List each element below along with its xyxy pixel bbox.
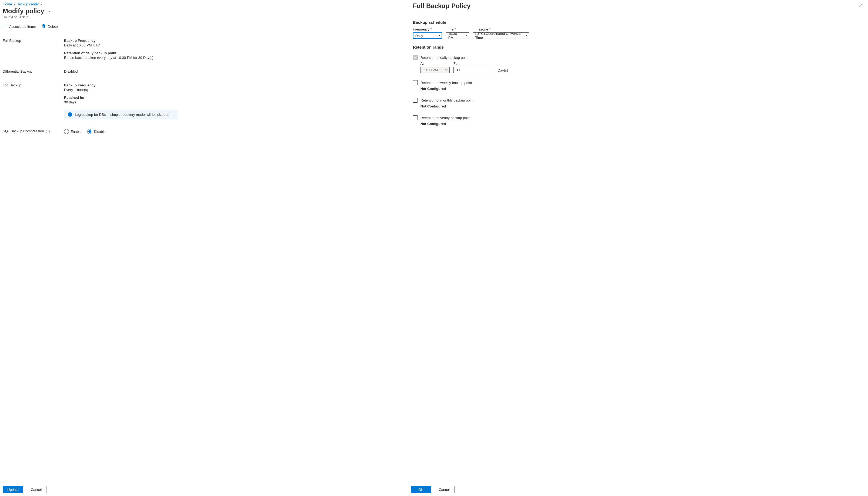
delete-button[interactable]: Delete	[41, 23, 58, 30]
list-icon	[3, 24, 8, 29]
compression-label: SQL Backup Compression i	[3, 129, 64, 134]
differential-backup-status: Disabled	[64, 69, 178, 74]
log-backup-retained-title: Retained for	[64, 96, 178, 99]
yearly-retention-label: Retention of yearly backup point	[420, 116, 471, 120]
associated-items-label: Associated items	[9, 25, 36, 29]
timezone-select[interactable]: (UTC) Coordinated Universal Time	[473, 32, 529, 39]
close-icon[interactable]	[858, 2, 864, 9]
full-backup-label: Full Backup	[3, 38, 64, 43]
log-backup-info-box: i Log backup for DBs in simple recovery …	[64, 110, 178, 119]
breadcrumb: Home › Backup center ›	[0, 0, 408, 7]
yearly-retention-checkbox[interactable]	[413, 115, 418, 120]
chevron-down-icon	[437, 34, 440, 37]
weekly-retention-checkbox[interactable]	[413, 80, 418, 85]
full-backup-frequency-title: Backup Frequency	[64, 38, 178, 43]
ok-button[interactable]: OK	[411, 486, 431, 493]
daily-retention-label: Retention of daily backup point	[420, 56, 468, 60]
chevron-down-icon	[525, 34, 527, 37]
radio-icon	[87, 129, 92, 134]
chevron-right-icon: ›	[14, 2, 15, 6]
chevron-down-icon	[445, 68, 448, 71]
more-icon[interactable]: ⋯	[47, 9, 51, 14]
info-icon: i	[68, 112, 72, 117]
log-backup-retained-text: 30 days	[64, 100, 178, 104]
page-title: Modify policy	[3, 7, 44, 15]
daily-for-label: For	[453, 62, 494, 66]
full-backup-frequency-text: Daily at 10:30 PM UTC	[64, 43, 178, 47]
log-backup-label: Log Backup	[3, 83, 64, 87]
breadcrumb-home[interactable]: Home	[3, 2, 12, 6]
cancel-button[interactable]: Cancel	[26, 486, 46, 493]
daily-retention-checkbox	[413, 55, 418, 60]
full-backup-policy-panel: Full Backup Policy Backup schedule Frequ…	[408, 0, 868, 496]
command-bar: Associated items Delete	[0, 21, 408, 32]
daily-unit-label: Day(s)	[498, 68, 508, 73]
delete-label: Delete	[48, 25, 58, 29]
compression-enable-label: Enable	[71, 129, 81, 134]
full-backup-retention-title: Retention of daily backup point	[64, 51, 178, 55]
panel-footer: OK Cancel	[408, 483, 868, 496]
full-backup-retention-text: Retain backup taken every day at 10:30 P…	[64, 56, 178, 60]
compression-disable-label: Disable	[94, 129, 105, 134]
modify-policy-pane: Home › Backup center › Modify policy ⋯ H…	[0, 0, 408, 496]
left-footer: Update Cancel	[0, 483, 408, 496]
daily-at-select: 10:30 PM	[420, 67, 450, 73]
info-icon[interactable]: i	[46, 129, 50, 134]
weekly-retention-label: Retention of weekly backup point	[420, 81, 472, 85]
monthly-retention-label: Retention of monthly backup point	[420, 98, 474, 102]
yearly-retention-status: Not Configured	[420, 122, 863, 126]
frequency-select[interactable]: Daily	[413, 32, 442, 39]
log-backup-frequency-text: Every 1 hour(s)	[64, 88, 178, 92]
time-label: Time *	[446, 27, 469, 31]
trash-icon	[42, 24, 46, 29]
panel-cancel-button[interactable]: Cancel	[434, 486, 454, 493]
log-backup-frequency-title: Backup Frequency	[64, 83, 178, 87]
radio-icon	[64, 129, 69, 134]
log-backup-info-text: Log backup for DBs in simple recovery mo…	[75, 113, 170, 117]
breadcrumb-backup-center[interactable]: Backup center	[16, 2, 39, 6]
chevron-down-icon	[465, 34, 467, 37]
daily-at-label: At	[420, 62, 450, 66]
timezone-label: Timezone *	[473, 27, 529, 31]
time-select[interactable]: 10:30 PM	[446, 32, 469, 39]
compression-disable-radio[interactable]: Disable	[87, 129, 105, 134]
page-subtitle: HourlyLogBackup	[0, 15, 408, 21]
daily-for-input[interactable]	[453, 67, 494, 73]
associated-items-button[interactable]: Associated items	[3, 23, 36, 30]
frequency-label: Frequency *	[413, 27, 442, 31]
retention-range-header: Retention range	[413, 45, 863, 50]
compression-enable-radio[interactable]: Enable	[64, 129, 81, 134]
monthly-retention-status: Not Configured	[420, 104, 863, 108]
backup-schedule-header: Backup schedule	[413, 20, 863, 25]
panel-title: Full Backup Policy	[413, 2, 470, 10]
update-button[interactable]: Update	[3, 486, 23, 493]
differential-backup-label: Differential Backup	[3, 69, 64, 74]
weekly-retention-status: Not Configured	[420, 87, 863, 91]
chevron-right-icon: ›	[41, 2, 42, 6]
monthly-retention-checkbox[interactable]	[413, 98, 418, 103]
